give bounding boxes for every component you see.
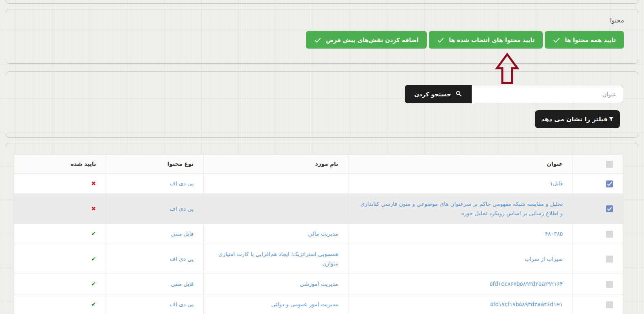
approved-check-icon: ✔ [91, 230, 96, 237]
row-checkbox[interactable] [606, 231, 613, 238]
table-row: ۵fd۱۷cf۱۷b۵۸۹۳d۳aa۲۶d۱e۱مدیریت امور عموم… [14, 294, 623, 314]
add-default-roles-label: اضافه کردن نقش‌های پیش فرض [326, 37, 419, 43]
approve-all-button[interactable]: تایید همه محتوا ها [545, 31, 624, 49]
row-checkbox-cell [573, 294, 623, 314]
row-content-type: فایل متنی [106, 224, 204, 244]
table-row: سیراب از سرابهمسویی استراتژیک؛ ایجاد هم‌… [14, 244, 623, 274]
title-search-input[interactable] [472, 85, 623, 103]
table-row: ۴۸۰۳۸۵مدیریت مالیفایل متنی✔ [14, 224, 623, 244]
search-icon [455, 90, 462, 98]
column-header-item-name: نام مورد [204, 155, 348, 174]
approved-check-icon: ✔ [91, 256, 96, 262]
row-title: ۴۸۰۳۸۵ [348, 224, 573, 244]
approve-selected-button[interactable]: تایید محتوا های انتخاب شده ها [429, 31, 543, 49]
row-title: تحلیل و مقایسه شبکه مفهومی حاکم بر سرعنو… [348, 194, 573, 224]
content-table: عنوان نام مورد نوع محتوا تایید شده فایل۱… [14, 154, 623, 314]
row-checkbox[interactable] [606, 180, 613, 187]
table-row: فایل۱پی دی اف✖ [14, 174, 623, 194]
row-content-type: پی دی اف [106, 194, 204, 224]
content-actions: تایید همه محتوا ها تایید محتوا های انتخا… [20, 31, 624, 49]
table-row: ۵fd۱ec۸۶۷b۵۸۹۳d۳aa۲۹۲۱۶۴مدیریت آموزشیفای… [14, 274, 623, 294]
row-approved-cell: ✔ [14, 274, 106, 294]
row-checkbox[interactable] [606, 205, 613, 212]
approve-all-label: تایید همه محتوا ها [565, 37, 616, 43]
search-button[interactable]: جستجو کردن [405, 85, 472, 103]
select-all-cell [573, 155, 623, 174]
approved-check-icon: ✔ [91, 281, 96, 287]
row-checkbox[interactable] [606, 301, 613, 308]
search-button-label: جستجو کردن [414, 91, 451, 98]
row-item-name: همسویی استراتژیک؛ ایجاد هم‌افزایی با کار… [204, 244, 348, 274]
row-content-type: پی دی اف [106, 294, 204, 314]
not-approved-x-icon: ✖ [91, 205, 96, 212]
row-item-name: مدیریت امور عمومی و دولتی [204, 294, 348, 314]
select-all-checkbox[interactable] [606, 161, 613, 168]
show-filter-label: فیلتر را نشان می دهد [541, 116, 608, 123]
filter-row: فیلتر را نشان می دهد [21, 110, 623, 128]
not-approved-x-icon: ✖ [91, 180, 96, 187]
row-approved-cell: ✖ [14, 174, 106, 194]
check-icon [314, 36, 321, 44]
row-checkbox-cell [573, 274, 623, 294]
row-item-name: مدیریت آموزشی [204, 274, 348, 294]
column-header-content-type: نوع محتوا [106, 155, 204, 174]
column-header-title: عنوان [348, 155, 573, 174]
approve-selected-label: تایید محتوا های انتخاب شده ها [449, 37, 535, 43]
row-title: ۵fd۱ec۸۶۷b۵۸۹۳d۳aa۲۹۲۱۶۴ [348, 274, 573, 294]
row-approved-cell: ✔ [14, 224, 106, 244]
check-icon [437, 36, 444, 44]
row-approved-cell: ✔ [14, 244, 106, 274]
check-icon [553, 36, 560, 44]
search-group: جستجو کردن [21, 85, 623, 103]
row-title: ۵fd۱۷cf۱۷b۵۸۹۳d۳aa۲۶d۱e۱ [348, 294, 573, 314]
content-panel-title: محتوا [20, 17, 624, 24]
row-checkbox-cell [573, 244, 623, 274]
table-panel: عنوان نام مورد نوع محتوا تایید شده فایل۱… [6, 143, 638, 314]
row-title: فایل۱ [348, 174, 573, 194]
approved-check-icon: ✔ [91, 301, 96, 307]
filter-icon [608, 116, 614, 123]
page: محتوا تایید همه محتوا ها تایید محتوا های… [0, 0, 644, 314]
row-checkbox-cell [573, 224, 623, 244]
row-content-type: پی دی اف [106, 244, 204, 274]
row-item-name: مدیریت مالی [204, 224, 348, 244]
row-content-type: پی دی اف [106, 174, 204, 194]
search-panel: جستجو کردن فیلتر را نشان می دهد [6, 71, 638, 138]
previous-panel-edge [6, 0, 638, 4]
row-checkbox-cell [573, 194, 623, 224]
row-approved-cell: ✔ [14, 294, 106, 314]
row-checkbox[interactable] [606, 256, 613, 263]
row-content-type: فایل متنی [106, 274, 204, 294]
table-body: فایل۱پی دی اف✖تحلیل و مقایسه شبکه مفهومی… [14, 174, 623, 314]
row-checkbox[interactable] [606, 281, 613, 288]
table-header-row: عنوان نام مورد نوع محتوا تایید شده [14, 155, 623, 174]
row-title: سیراب از سراب [348, 244, 573, 274]
table-row: تحلیل و مقایسه شبکه مفهومی حاکم بر سرعنو… [14, 194, 623, 224]
add-default-roles-button[interactable]: اضافه کردن نقش‌های پیش فرض [306, 31, 427, 49]
row-approved-cell: ✖ [14, 194, 106, 224]
row-item-name [204, 194, 348, 224]
row-checkbox-cell [573, 174, 623, 194]
row-item-name [204, 174, 348, 194]
content-panel: محتوا تایید همه محتوا ها تایید محتوا های… [6, 9, 638, 64]
show-filter-button[interactable]: فیلتر را نشان می دهد [535, 110, 620, 128]
column-header-approved: تایید شده [14, 155, 106, 174]
